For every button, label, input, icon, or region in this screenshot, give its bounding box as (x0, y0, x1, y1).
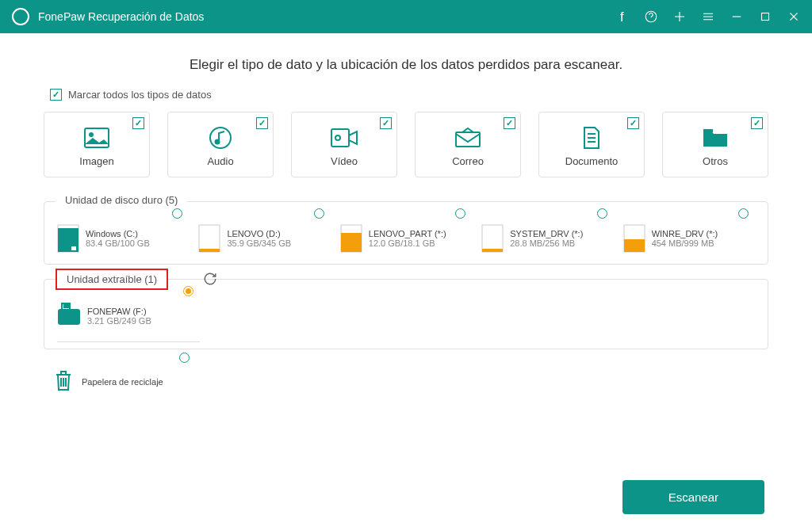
type-label: Correo (422, 155, 514, 167)
video-icon (298, 125, 390, 151)
plus-icon[interactable] (672, 10, 687, 24)
drive-icon (57, 224, 79, 253)
type-card-audio[interactable]: Audio (167, 112, 274, 177)
svg-rect-20 (482, 249, 503, 252)
svg-rect-18 (341, 233, 362, 252)
recycle-radio[interactable] (179, 353, 190, 363)
type-checkbox[interactable] (256, 117, 268, 129)
drive-radio[interactable] (314, 208, 324, 219)
drive-radio[interactable] (597, 208, 607, 219)
type-checkbox[interactable] (751, 117, 763, 129)
type-card-video[interactable]: Vídeo (291, 112, 397, 177)
svg-point-9 (335, 135, 340, 140)
usb-icon (57, 302, 81, 330)
removable-drive-item[interactable]: FONEPAW (F:) 3.21 GB/249 GB (57, 297, 200, 342)
svg-point-5 (90, 133, 93, 136)
datatype-grid: Imagen Audio Vídeo Correo Documento Otro… (44, 112, 768, 177)
window-controls: f (615, 10, 801, 24)
recycle-label: Papelera de reciclaje (82, 377, 163, 387)
minimize-icon[interactable] (730, 10, 744, 24)
page-heading: Elegir el tipo de dato y la ubicación de… (44, 57, 768, 73)
drive-name: LENOVO (D:) (227, 229, 291, 238)
hdd-drive-item[interactable]: LENOVO (D:) 35.9 GB/345 GB (198, 219, 330, 257)
drive-name: WINRE_DRV (*:) (652, 229, 718, 238)
drive-size: 12.0 GB/18.1 GB (369, 238, 446, 248)
svg-rect-24 (59, 310, 79, 324)
svg-text:f: f (620, 10, 624, 24)
hdd-drive-item[interactable]: LENOVO_PART (*:) 12.0 GB/18.1 GB (340, 219, 472, 257)
scan-button[interactable]: Escanear (622, 480, 764, 514)
menu-icon[interactable] (701, 10, 715, 24)
type-label: Vídeo (298, 155, 390, 167)
type-label: Documento (546, 155, 638, 167)
help-icon[interactable] (644, 10, 658, 24)
folder-icon (669, 125, 761, 151)
drive-size: 35.9 GB/345 GB (227, 238, 291, 248)
removable-drive-row: FONEPAW (F:) 3.21 GB/249 GB (57, 297, 755, 342)
drive-radio[interactable] (183, 286, 193, 296)
drive-size: 3.21 GB/249 GB (87, 316, 151, 326)
type-card-other[interactable]: Otros (662, 112, 768, 177)
image-icon (51, 125, 143, 151)
drive-name: Windows (C:) (86, 229, 150, 238)
drive-icon (623, 224, 645, 253)
svg-rect-11 (703, 129, 713, 132)
close-icon[interactable] (787, 10, 801, 24)
type-label: Audio (174, 155, 266, 167)
titlebar: FonePaw Recuperación de Datos f (0, 0, 812, 33)
svg-point-7 (216, 140, 220, 144)
type-label: Otros (669, 155, 761, 167)
drive-size: 454 MB/999 MB (652, 238, 718, 248)
drive-name: SYSTEM_DRV (*:) (510, 229, 583, 238)
maximize-icon[interactable] (758, 10, 772, 24)
drive-name: LENOVO_PART (*:) (369, 229, 446, 238)
refresh-icon[interactable] (203, 272, 217, 289)
drive-icon (340, 224, 362, 253)
hdd-section-title: Unidad de disco duro (5) (56, 194, 187, 206)
mail-icon (422, 125, 514, 151)
drive-icon (481, 224, 504, 253)
type-label: Imagen (51, 155, 143, 167)
master-checkbox-row[interactable]: Marcar todos los tipos de datos (44, 89, 768, 101)
type-card-image[interactable]: Imagen (44, 112, 150, 177)
svg-rect-10 (456, 132, 480, 147)
drive-size: 83.4 GB/100 GB (86, 238, 150, 248)
drive-radio[interactable] (455, 208, 465, 219)
app-logo-icon (11, 7, 30, 26)
drive-radio[interactable] (172, 208, 182, 219)
svg-rect-22 (624, 239, 645, 252)
hdd-drive-item[interactable]: Windows (C:) 83.4 GB/100 GB (57, 219, 189, 257)
type-checkbox[interactable] (504, 117, 515, 129)
svg-rect-14 (71, 246, 76, 250)
audio-icon (174, 125, 266, 151)
svg-rect-26 (67, 305, 68, 307)
svg-rect-15 (199, 225, 220, 252)
type-checkbox[interactable] (132, 117, 144, 129)
app-title: FonePaw Recuperación de Datos (38, 10, 615, 23)
removable-section: Unidad extraíble (1) FONEPAW (F:) 3.21 G… (44, 279, 768, 349)
drive-icon (198, 224, 220, 253)
type-card-mail[interactable]: Correo (415, 112, 521, 177)
recycle-bin-item[interactable]: Papelera de reciclaje (53, 364, 196, 400)
type-card-document[interactable]: Documento (538, 112, 645, 177)
svg-point-6 (210, 128, 231, 148)
master-checkbox-label: Marcar todos los tipos de datos (68, 89, 212, 101)
master-checkbox[interactable] (50, 89, 62, 101)
svg-rect-3 (762, 13, 769, 21)
facebook-icon[interactable]: f (615, 10, 630, 24)
hdd-section: Unidad de disco duro (5) Windows (C:) 83… (44, 201, 768, 265)
svg-rect-4 (85, 128, 109, 147)
svg-rect-16 (199, 249, 220, 252)
hdd-drive-item[interactable]: SYSTEM_DRV (*:) 28.8 MB/256 MB (481, 219, 613, 257)
document-icon (546, 125, 638, 151)
drive-radio[interactable] (738, 208, 749, 219)
type-checkbox[interactable] (380, 117, 392, 129)
drive-size: 28.8 MB/256 MB (510, 238, 583, 248)
type-checkbox[interactable] (627, 117, 639, 129)
svg-rect-25 (64, 305, 66, 307)
hdd-drive-row: Windows (C:) 83.4 GB/100 GB LENOVO (D:) … (57, 219, 755, 257)
hdd-drive-item[interactable]: WINRE_DRV (*:) 454 MB/999 MB (623, 219, 755, 257)
svg-rect-19 (482, 225, 503, 252)
trash-icon (53, 368, 74, 395)
drive-name: FONEPAW (F:) (87, 307, 151, 316)
